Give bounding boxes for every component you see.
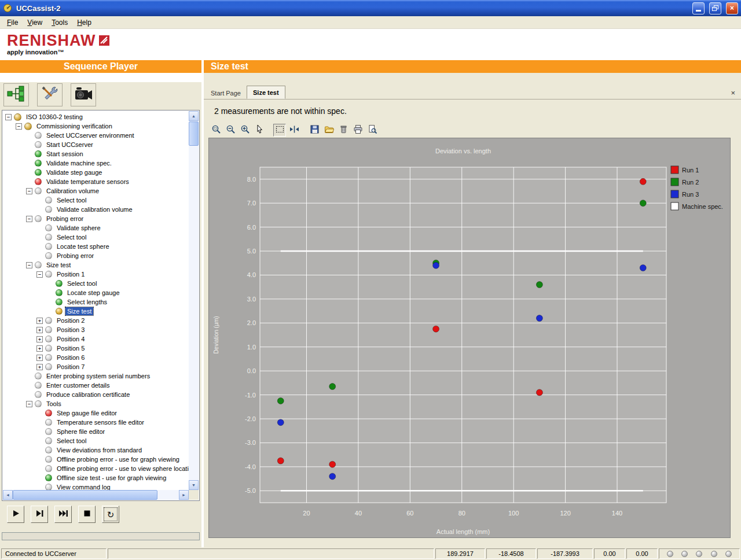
tree-item[interactable]: Select tool (3, 196, 189, 205)
tree-item-label[interactable]: View command log (55, 483, 112, 490)
tab-size-test[interactable]: Size test (247, 86, 285, 99)
tree-item[interactable]: Step gauge file editor (3, 408, 189, 418)
tree-item[interactable]: −Commissioning verification (3, 121, 189, 131)
tree-item[interactable]: −Position 1 (3, 270, 189, 279)
minimize-button[interactable] (692, 2, 705, 14)
tree-item-label[interactable]: Step gauge file editor (55, 409, 119, 417)
tree-item-label[interactable]: Position 6 (55, 353, 86, 362)
tree-item[interactable]: Start session (3, 149, 189, 159)
print-preview-button[interactable] (366, 124, 379, 137)
tree-item-label[interactable]: Commissioning verification (35, 122, 114, 130)
tree-item-label[interactable]: Position 4 (55, 335, 86, 343)
tab-start-page[interactable]: Start Page (205, 87, 247, 99)
tree-item[interactable]: Offline probing error - use to view sphe… (3, 464, 189, 473)
tree-item-label[interactable]: Select tool (55, 233, 88, 241)
scroll-down-icon[interactable]: ▼ (189, 480, 199, 490)
expand-icon[interactable]: + (36, 327, 43, 333)
tree-item-label[interactable]: Produce calibration certificate (45, 390, 131, 399)
close-tab-button[interactable]: × (731, 90, 735, 97)
tree-item-label[interactable]: Position 2 (55, 316, 86, 325)
tree-item-label[interactable]: Start UCCserver (45, 141, 95, 149)
tree-item-label[interactable]: Position 5 (55, 344, 86, 352)
tree-item-label[interactable]: Size test (45, 261, 72, 269)
tree-item[interactable]: +Position 5 (3, 344, 189, 353)
scroll-left-icon[interactable]: ◄ (3, 490, 13, 500)
tree-item[interactable]: −Probing error (3, 214, 189, 223)
tree-item-label[interactable]: Probing error (55, 252, 96, 260)
vertical-scroll-thumb[interactable] (189, 121, 199, 146)
tree-item[interactable]: −Size test (3, 260, 189, 270)
stop-button[interactable] (78, 506, 96, 523)
menu-file[interactable]: File (2, 17, 23, 28)
menu-tools[interactable]: Tools (47, 17, 72, 28)
tree-item[interactable]: +Position 6 (3, 353, 189, 362)
vertical-scrollbar[interactable]: ▲ ▼ (189, 111, 199, 490)
tree-item-label[interactable]: Enter probing system serial numbers (45, 372, 152, 380)
tree-item[interactable]: View deviations from standard (3, 445, 189, 455)
delete-button[interactable] (337, 124, 350, 137)
step-button[interactable] (31, 506, 48, 523)
tree-item-label[interactable]: Tools (45, 400, 63, 408)
tree-item-label[interactable]: ISO 10360-2 testing (24, 113, 85, 121)
camera-button[interactable] (71, 83, 96, 106)
tree-item-label[interactable]: Offline size test - use for graph viewin… (55, 474, 168, 482)
tree-item-label[interactable]: Start session (45, 150, 85, 158)
tree-item-label[interactable]: Validate calibration volume (55, 205, 134, 213)
open-button[interactable] (322, 124, 335, 137)
print-button[interactable] (351, 124, 364, 137)
collapse-icon[interactable]: − (36, 271, 43, 278)
collapse-icon[interactable]: − (26, 188, 32, 194)
tree-item-label[interactable]: Validate machine spec. (45, 159, 113, 167)
collapse-icon[interactable]: − (26, 401, 32, 407)
close-button[interactable]: × (726, 2, 738, 14)
select-region-button[interactable] (273, 124, 286, 137)
tree-item-label[interactable]: Select lengths (65, 298, 109, 306)
tools-button[interactable] (37, 83, 63, 106)
save-button[interactable] (308, 124, 321, 137)
collapse-icon[interactable]: − (5, 114, 12, 120)
tree-item-label[interactable]: Enter customer details (45, 381, 111, 389)
tree-item-label[interactable]: Validate sphere (55, 224, 102, 232)
tree-item[interactable]: Produce calibration certificate (3, 390, 189, 399)
menu-help[interactable]: Help (72, 17, 96, 28)
tree-item-label[interactable]: Position 7 (55, 363, 86, 371)
tree-item-label[interactable]: Temperature sensors file editor (55, 418, 146, 426)
tree-item[interactable]: Probing error (3, 251, 189, 260)
tree-item-label[interactable]: Offline probing error - use for graph vi… (55, 455, 181, 463)
tree-item[interactable]: Validate calibration volume (3, 205, 189, 214)
tree-item-label[interactable]: Select UCCserver environment (45, 131, 136, 139)
tree-item[interactable]: Validate step gauge (3, 168, 189, 177)
tree-item[interactable]: Select UCCserver environment (3, 131, 189, 140)
tree-item[interactable]: Enter probing system serial numbers (3, 371, 189, 381)
tree-item[interactable]: +Position 3 (3, 325, 189, 334)
tree-item[interactable]: Temperature sensors file editor (3, 418, 189, 427)
tree-item[interactable]: Select tool (3, 436, 189, 445)
tree-item-label[interactable]: Select tool (65, 279, 98, 288)
tree-item[interactable]: −ISO 10360-2 testing (3, 112, 189, 121)
tree-item[interactable]: Validate sphere (3, 223, 189, 233)
tree-item[interactable]: View command log (3, 482, 189, 490)
menu-view[interactable]: View (23, 17, 47, 28)
expand-icon[interactable]: + (36, 345, 43, 352)
tree-item[interactable]: +Position 7 (3, 362, 189, 371)
play-button[interactable] (7, 506, 24, 523)
zoom-out-button[interactable] (224, 124, 237, 137)
tree-item[interactable]: Validate temperature sensors (3, 177, 189, 186)
deviation-chart[interactable]: 8.07.06.05.04.03.02.01.00.0-1.0-2.0-3.0-… (208, 138, 731, 538)
tree-item-label[interactable]: Position 1 (55, 270, 86, 278)
tree-item[interactable]: Validate machine spec. (3, 159, 189, 168)
tree-item[interactable]: +Position 4 (3, 334, 189, 344)
tree-item[interactable]: Locate test sphere (3, 242, 189, 251)
tree-item-label[interactable]: Position 3 (55, 326, 86, 334)
tree-item[interactable]: −Calibration volume (3, 186, 189, 196)
tree-item[interactable]: Offline probing error - use for graph vi… (3, 455, 189, 464)
expand-icon[interactable]: + (36, 355, 43, 361)
skip-to-end-button[interactable] (54, 506, 72, 523)
tree-item[interactable]: Start UCCserver (3, 140, 189, 149)
tree-item-label[interactable]: Locate test sphere (55, 242, 111, 250)
sequence-editor-button[interactable] (3, 83, 29, 106)
collapse-icon[interactable]: − (26, 216, 32, 222)
tree-item-label[interactable]: Select tool (55, 437, 88, 445)
tree-item-label[interactable]: Offline probing error - use to view sphe… (55, 465, 189, 473)
tree-item-label[interactable]: Locate step gauge (65, 289, 122, 297)
